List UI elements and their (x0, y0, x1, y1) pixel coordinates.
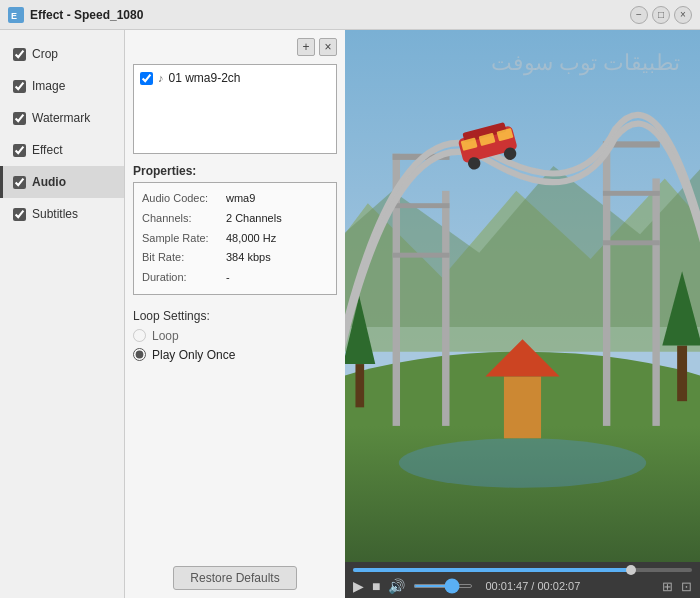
fullscreen-button[interactable]: ⊡ (681, 579, 692, 594)
audio-track-name: 01 wma9-2ch (169, 71, 241, 85)
close-button[interactable]: × (674, 6, 692, 24)
audio-track-list: ♪01 wma9-2ch (133, 64, 337, 154)
sidebar-checkbox-audio[interactable] (13, 176, 26, 189)
property-label: Duration: (142, 268, 222, 288)
sidebar-label-watermark: Watermark (32, 111, 90, 125)
loop-settings-title: Loop Settings: (133, 309, 337, 323)
svg-rect-20 (393, 203, 450, 208)
remove-audio-button[interactable]: × (319, 38, 337, 56)
svg-rect-16 (442, 191, 449, 426)
svg-rect-23 (603, 191, 660, 196)
play-button[interactable]: ▶ (353, 578, 364, 594)
volume-icon: 🔊 (388, 578, 405, 594)
volume-button[interactable]: 🔊 (388, 578, 405, 594)
loop-radio-item-loop[interactable]: Loop (133, 329, 337, 343)
svg-rect-9 (355, 364, 364, 407)
sidebar-item-image[interactable]: Image (0, 70, 124, 102)
view-mode-button[interactable]: ⊞ (662, 579, 673, 594)
property-value: 384 kbps (226, 248, 271, 268)
minimize-button[interactable]: − (630, 6, 648, 24)
video-background (345, 30, 700, 562)
loop-radio-item-once[interactable]: Play Only Once (133, 348, 337, 362)
svg-rect-21 (393, 253, 450, 258)
sidebar-label-crop: Crop (32, 47, 58, 61)
audio-track-checkbox[interactable] (140, 72, 153, 85)
loop-radio-once[interactable] (133, 348, 146, 361)
sidebar-label-subtitles: Subtitles (32, 207, 78, 221)
svg-rect-17 (603, 141, 610, 426)
loop-radio-label-once: Play Only Once (152, 348, 235, 362)
progress-fill (353, 568, 631, 572)
properties-table: Audio Codec:wma9Channels:2 ChannelsSampl… (133, 182, 337, 295)
sidebar-item-crop[interactable]: Crop (0, 38, 124, 70)
loop-radio-loop[interactable] (133, 329, 146, 342)
property-row: Audio Codec:wma9 (142, 189, 328, 209)
right-panel: تطبيقات توب سوفت ▶ ■ 🔊 00:01:47 / 00:02:… (345, 30, 700, 598)
app-icon: E (8, 7, 24, 23)
svg-rect-18 (652, 178, 659, 425)
time-total: 00:02:07 (537, 580, 580, 592)
sidebar-item-audio[interactable]: Audio (0, 166, 124, 198)
time-display: 00:01:47 / 00:02:07 (485, 580, 580, 592)
sidebar-checkbox-subtitles[interactable] (13, 208, 26, 221)
progress-track[interactable] (353, 568, 692, 572)
controls-row: ▶ ■ 🔊 00:01:47 / 00:02:07 ⊞ ⊡ (353, 578, 692, 594)
property-label: Sample Rate: (142, 229, 222, 249)
property-row: Sample Rate:48,000 Hz (142, 229, 328, 249)
sidebar-checkbox-watermark[interactable] (13, 112, 26, 125)
sidebar-checkbox-effect[interactable] (13, 144, 26, 157)
video-area: تطبيقات توب سوفت (345, 30, 700, 562)
sidebar-checkbox-crop[interactable] (13, 48, 26, 61)
svg-rect-33 (504, 376, 541, 438)
property-label: Channels: (142, 209, 222, 229)
sidebar-item-effect[interactable]: Effect (0, 134, 124, 166)
restore-btn-row: Restore Defaults (133, 558, 337, 590)
sidebar-label-effect: Effect (32, 143, 62, 157)
center-panel: + × ♪01 wma9-2ch Properties: Audio Codec… (125, 30, 345, 598)
add-audio-button[interactable]: + (297, 38, 315, 56)
properties-section: Properties: Audio Codec:wma9Channels:2 C… (133, 164, 337, 295)
svg-text:E: E (11, 11, 17, 21)
titlebar: E Effect - Speed_1080 − □ × (0, 0, 700, 30)
maximize-button[interactable]: □ (652, 6, 670, 24)
volume-slider[interactable] (413, 584, 473, 588)
property-row: Duration:- (142, 268, 328, 288)
svg-point-32 (399, 438, 646, 487)
properties-title: Properties: (133, 164, 337, 178)
video-watermark: تطبيقات توب سوفت (491, 50, 680, 76)
property-label: Audio Codec: (142, 189, 222, 209)
property-label: Bit Rate: (142, 248, 222, 268)
restore-defaults-button[interactable]: Restore Defaults (173, 566, 296, 590)
loop-radio-group: LoopPlay Only Once (133, 329, 337, 362)
progress-thumb[interactable] (626, 565, 636, 575)
time-current: 00:01:47 (485, 580, 528, 592)
audio-track-item[interactable]: ♪01 wma9-2ch (138, 69, 332, 87)
audio-list-header: + × (133, 38, 337, 56)
property-row: Bit Rate:384 kbps (142, 248, 328, 268)
controls-bar: ▶ ■ 🔊 00:01:47 / 00:02:07 ⊞ ⊡ (345, 562, 700, 598)
window-title: Effect - Speed_1080 (30, 8, 630, 22)
property-value: wma9 (226, 189, 255, 209)
window-controls: − □ × (630, 6, 692, 24)
main-container: CropImageWatermarkEffectAudioSubtitles +… (0, 30, 700, 598)
progress-row[interactable] (353, 568, 692, 572)
property-row: Channels:2 Channels (142, 209, 328, 229)
loop-radio-label-loop: Loop (152, 329, 179, 343)
sidebar-label-audio: Audio (32, 175, 66, 189)
svg-rect-11 (677, 345, 687, 401)
svg-rect-24 (603, 240, 660, 245)
property-value: - (226, 268, 230, 288)
sidebar: CropImageWatermarkEffectAudioSubtitles (0, 30, 125, 598)
sidebar-item-subtitles[interactable]: Subtitles (0, 198, 124, 230)
property-value: 48,000 Hz (226, 229, 276, 249)
sidebar-item-watermark[interactable]: Watermark (0, 102, 124, 134)
loop-section: Loop Settings: LoopPlay Only Once (133, 309, 337, 362)
sidebar-checkbox-image[interactable] (13, 80, 26, 93)
sidebar-label-image: Image (32, 79, 65, 93)
music-icon: ♪ (158, 72, 164, 84)
stop-button[interactable]: ■ (372, 578, 380, 594)
property-value: 2 Channels (226, 209, 282, 229)
